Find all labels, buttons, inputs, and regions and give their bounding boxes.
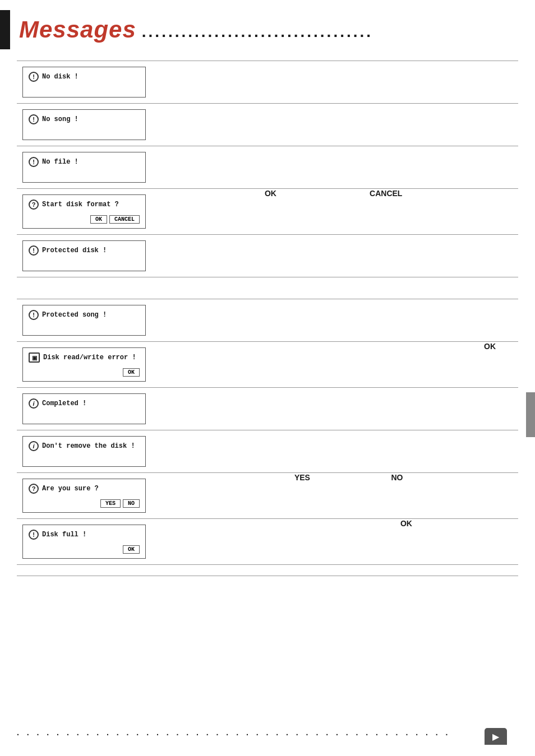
ok-keyword: OK bbox=[484, 342, 496, 351]
cancel-keyword: CANCEL bbox=[370, 189, 402, 198]
side-tab bbox=[526, 392, 535, 437]
no-button[interactable]: NO bbox=[123, 499, 140, 508]
main-content: ! No disk ! ! No song ! bbox=[17, 61, 518, 576]
msg-desc-dont-remove bbox=[294, 430, 518, 473]
msg-box-protected-disk: ! Protected disk ! bbox=[17, 235, 151, 277]
msg-label-dont-remove: Don't remove the disk ! bbox=[42, 442, 135, 450]
msg-label-protected-song: Protected song ! bbox=[42, 311, 107, 319]
header-dots: ................................... bbox=[142, 23, 373, 41]
bottom-tab: ▶ bbox=[485, 728, 507, 745]
table-row: ! No disk ! bbox=[17, 61, 518, 104]
msg-desc-disk-full: OK bbox=[294, 519, 518, 565]
exclaim-icon: ! bbox=[29, 157, 39, 167]
table-row: i Don't remove the disk ! bbox=[17, 430, 518, 473]
info-icon: i bbox=[29, 441, 39, 451]
table-row: ! Protected song ! bbox=[17, 299, 518, 342]
msg-box-disk-rw-error: ▣ Disk read/write error ! OK bbox=[17, 342, 151, 387]
section-gap bbox=[17, 277, 518, 293]
messages-table-2: ! Protected song ! ▣ Disk read/write err… bbox=[17, 299, 518, 576]
msg-box-no-disk: ! No disk ! bbox=[17, 61, 151, 103]
arrow-icon: ▶ bbox=[492, 731, 499, 742]
disk-icon: ▣ bbox=[29, 353, 40, 363]
msg-box-start-disk-format: ? Start disk format ? OK CANCEL bbox=[17, 189, 151, 234]
msg-desc-protected-song bbox=[294, 299, 518, 342]
ok-keyword: OK bbox=[265, 189, 276, 198]
table-row: ! No file ! bbox=[17, 146, 518, 189]
yes-button[interactable]: YES bbox=[100, 499, 121, 508]
ok-button[interactable]: OK bbox=[123, 545, 140, 554]
exclaim-icon: ! bbox=[29, 245, 39, 256]
msg-desc-no-song bbox=[265, 104, 518, 146]
msg-label-disk-full: Disk full ! bbox=[42, 531, 86, 539]
question-icon: ? bbox=[29, 484, 39, 494]
msg-label-no-song: No song ! bbox=[42, 115, 79, 123]
header-accent-bar bbox=[0, 10, 10, 49]
msg-label-no-file: No file ! bbox=[42, 158, 79, 166]
exclaim-icon: ! bbox=[29, 72, 39, 82]
table-row-empty bbox=[17, 565, 518, 576]
info-icon: i bbox=[29, 398, 39, 409]
ok-button[interactable]: OK bbox=[90, 215, 107, 224]
msg-desc-start-disk-format: OK CANCEL bbox=[265, 189, 518, 235]
msg-desc-completed bbox=[294, 388, 518, 430]
table-row: i Completed ! bbox=[17, 388, 518, 430]
exclaim-icon: ! bbox=[29, 530, 39, 540]
msg-desc-no-disk bbox=[265, 61, 518, 104]
msg-box-protected-song: ! Protected song ! bbox=[17, 299, 151, 341]
messages-table-1: ! No disk ! ! No song ! bbox=[17, 61, 518, 277]
msg-box-completed: i Completed ! bbox=[17, 388, 151, 430]
ok-button[interactable]: OK bbox=[123, 368, 140, 377]
msg-label-protected-disk: Protected disk ! bbox=[42, 247, 107, 254]
table-row: ▣ Disk read/write error ! OK OK bbox=[17, 342, 518, 388]
msg-box-no-file: ! No file ! bbox=[17, 146, 151, 188]
no-keyword: NO bbox=[391, 473, 403, 482]
bottom-dots: · · · · · · · · · · · · · · · · · · · · … bbox=[17, 730, 450, 739]
question-icon: ? bbox=[29, 200, 39, 210]
msg-box-disk-full: ! Disk full ! OK bbox=[17, 519, 151, 564]
exclaim-icon: ! bbox=[29, 310, 39, 320]
msg-desc-disk-rw-error: OK bbox=[294, 342, 518, 388]
table-row: ! Disk full ! OK OK bbox=[17, 519, 518, 565]
msg-label-completed: Completed ! bbox=[42, 400, 86, 407]
msg-label-are-you-sure: Are you sure ? bbox=[42, 485, 99, 493]
msg-desc-no-file bbox=[265, 146, 518, 189]
table-row: ! No song ! bbox=[17, 104, 518, 146]
yes-keyword: YES bbox=[294, 473, 310, 482]
cancel-button[interactable]: CANCEL bbox=[109, 215, 140, 224]
ok-keyword: OK bbox=[400, 519, 412, 528]
bottom-bar: · · · · · · · · · · · · · · · · · · · · … bbox=[17, 730, 507, 739]
msg-label-disk-rw-error: Disk read/write error ! bbox=[43, 354, 136, 361]
msg-box-no-song: ! No song ! bbox=[17, 104, 151, 146]
page-title: Messages bbox=[19, 16, 136, 43]
msg-box-are-you-sure: ? Are you sure ? YES NO bbox=[17, 473, 151, 518]
msg-label-start-disk-format: Start disk format ? bbox=[42, 201, 119, 208]
msg-desc-are-you-sure: YES NO bbox=[294, 473, 518, 519]
table-row: ? Are you sure ? YES NO YES bbox=[17, 473, 518, 519]
table-row: ! Protected disk ! bbox=[17, 235, 518, 277]
page-header: Messages ...............................… bbox=[0, 0, 535, 55]
exclaim-icon: ! bbox=[29, 114, 39, 124]
msg-box-dont-remove: i Don't remove the disk ! bbox=[17, 430, 151, 472]
table-row: ? Start disk format ? OK CANCEL OK bbox=[17, 189, 518, 235]
msg-label-no-disk: No disk ! bbox=[42, 73, 79, 81]
msg-desc-protected-disk bbox=[265, 235, 518, 277]
